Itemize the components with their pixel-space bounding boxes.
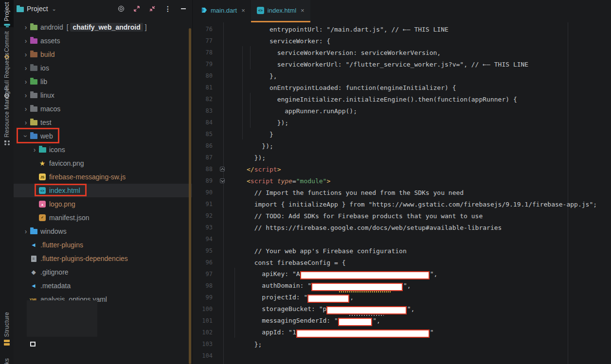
chevron-down-icon[interactable]: ⌄	[52, 6, 56, 12]
code-line-80: 80 },	[193, 70, 611, 82]
tree-item-label: .gitignore	[40, 268, 69, 276]
code-text: entrypointUrl: "/main.dart.js", // ←— TH…	[213, 26, 449, 33]
code-line-87: 87 });	[193, 152, 611, 163]
chevron-right-icon[interactable]: ›	[22, 105, 30, 113]
tree-item-build[interactable]: ›build	[14, 48, 192, 61]
tree-item-lib[interactable]: ›lib	[14, 75, 192, 88]
chevron-right-icon[interactable]: ›	[22, 51, 30, 58]
tree-item-label: logo.png	[49, 200, 75, 208]
tree-item-test[interactable]: ›test	[14, 116, 192, 129]
close-icon[interactable]: ×	[301, 7, 305, 14]
code-text: // TODO: Add SDKs for Firebase products …	[213, 212, 483, 220]
redaction-box	[296, 329, 430, 338]
editor-panel: main.dart×<>index.html× 76 entrypointUrl…	[193, 0, 611, 364]
line-number: 76	[193, 26, 213, 33]
flutter-icon: ◄	[30, 241, 37, 249]
chevron-right-icon[interactable]: ›	[22, 37, 30, 45]
module-name-chip: [ chatify_web_android ]	[67, 23, 147, 31]
activity-bar-label: Bookmarks	[3, 358, 10, 364]
code-line-96: 96 const firebaseConfig = {	[193, 257, 611, 268]
code-text: authDomain: "",	[213, 282, 411, 290]
project-folder-icon	[17, 7, 24, 12]
tree-scrollbar[interactable]	[189, 28, 191, 364]
tree-item-macos[interactable]: ›macos	[14, 102, 192, 116]
tree-item-firebase-messaging-sw-js[interactable]: JSfirebase-messaging-sw.js	[14, 170, 192, 184]
chevron-right-icon[interactable]: ›	[22, 227, 30, 235]
tree-item--flutter-plugins-dependencies[interactable]: ≡.flutter-plugins-dependencies	[14, 252, 192, 265]
expand-icon[interactable]	[133, 5, 141, 13]
tree-item-logo-png[interactable]: ▲logo.png	[14, 197, 192, 211]
tab-main-dart[interactable]: main.dart×	[195, 0, 251, 22]
fold-marker-icon[interactable]	[220, 178, 225, 183]
locate-target-icon[interactable]	[117, 5, 125, 13]
line-number: 103	[193, 341, 213, 347]
activity-bar-item-bookmarks[interactable]: Bookmarks	[0, 356, 14, 364]
activity-bar-item-resource-manager[interactable]: Resource Manager	[0, 84, 14, 147]
tab-label: main.dart	[211, 7, 237, 14]
code-line-102: 102 appId: "1"	[193, 327, 611, 338]
chevron-right-icon[interactable]: ›	[31, 146, 38, 154]
tree-item-manifest-json[interactable]: ✓manifest.json	[14, 211, 192, 225]
folder-icons-icon	[38, 146, 46, 154]
tab-index-html[interactable]: <>index.html×	[251, 0, 310, 22]
code-text: appId: "1"	[213, 329, 434, 336]
redaction-box	[307, 295, 349, 303]
activity-bar-label: Resource Manager	[3, 86, 10, 138]
tree-item-windows[interactable]: ›windows	[14, 225, 192, 238]
code-area[interactable]: 76 entrypointUrl: "/main.dart.js", // ←—…	[193, 22, 611, 364]
tree-item-android[interactable]: ›android[ chatify_web_android ]	[14, 20, 192, 34]
line-number: 90	[193, 189, 213, 196]
line-number: 83	[193, 107, 213, 114]
line-number: 102	[193, 329, 213, 336]
redaction-box	[311, 283, 403, 291]
folder-test-icon	[30, 119, 37, 126]
tree-item-web[interactable]: ›web	[14, 129, 192, 143]
tree-item-ios[interactable]: ›ios	[14, 61, 192, 75]
tree-item-icons[interactable]: ›icons	[14, 143, 192, 156]
ide-window: ProjectCommitPull RequestsResource Manag…	[0, 0, 611, 364]
line-number: 104	[193, 352, 213, 359]
tree-item-linux[interactable]: ›linux	[14, 88, 192, 102]
line-number: 100	[193, 306, 213, 312]
code-line-95: 95 // Your web app's Firebase configurat…	[193, 245, 611, 257]
tree-item--gitignore[interactable]: ◆.gitignore	[14, 265, 192, 279]
code-text: serviceWorkerUrl: "/flutter_service_work…	[213, 61, 528, 68]
chevron-right-icon[interactable]: ›	[22, 119, 30, 126]
activity-bar-item-project[interactable]: Project	[0, 0, 14, 27]
line-number: 79	[193, 61, 213, 68]
tree-item--metadata[interactable]: ◄.metadata	[14, 279, 192, 293]
activity-bar-label: Commit	[3, 31, 10, 52]
hide-icon[interactable]	[180, 5, 187, 13]
editor-tab-bar: main.dart×<>index.html×	[193, 0, 611, 22]
json-icon: ✓	[38, 214, 46, 222]
line-number: 91	[193, 201, 213, 208]
tree-item-index-html[interactable]: <>index.html	[14, 184, 192, 197]
collapse-icon[interactable]	[148, 5, 156, 13]
code-text: };	[213, 341, 262, 348]
chevron-right-icon[interactable]: ›	[22, 91, 30, 99]
fold-marker-icon[interactable]	[220, 167, 225, 172]
activity-bar-label: Project	[3, 2, 10, 21]
tree-item-favicon-png[interactable]: ★favicon.png	[14, 156, 192, 170]
tree-item-label: assets	[40, 37, 60, 45]
code-text: <script type="module">	[213, 177, 330, 185]
chevron-right-icon[interactable]: ›	[22, 23, 30, 31]
code-line-93: 93 // https://firebase.google.com/docs/w…	[193, 222, 611, 233]
code-text: onEntrypointLoaded: function(engineIniti…	[213, 84, 456, 91]
activity-bar-item-structure[interactable]: Structure	[0, 310, 14, 347]
chevron-right-icon[interactable]: ›	[22, 64, 30, 72]
tree-item--flutter-plugins[interactable]: ◄.flutter-plugins	[14, 238, 192, 252]
close-icon[interactable]: ×	[241, 7, 245, 14]
code-line-82: 82 engineInitializer.initializeEngine().…	[193, 93, 611, 105]
tree-item-label: macos	[40, 105, 60, 113]
folder-web-icon	[30, 132, 37, 140]
chevron-right-icon[interactable]: ›	[22, 78, 30, 86]
chevron-down-icon[interactable]: ›	[22, 132, 30, 140]
tree-item-label: .flutter-plugins-dependencies	[40, 255, 128, 262]
code-line-77: 77 serviceWorker: {	[193, 35, 611, 47]
code-line-83: 83 appRunner.runApp();	[193, 105, 611, 117]
line-number: 92	[193, 212, 213, 219]
more-icon[interactable]: ⋮	[164, 5, 172, 13]
line-number: 80	[193, 72, 213, 79]
tree-item-assets[interactable]: ›assets	[14, 34, 192, 48]
